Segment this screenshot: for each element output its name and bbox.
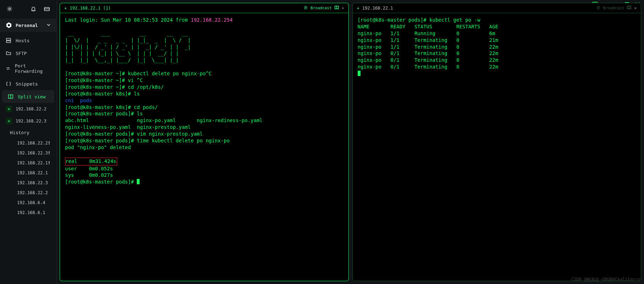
pane-title: 192.168.22.1 — [362, 6, 393, 11]
close-icon[interactable]: ✕ — [342, 6, 344, 10]
host-entry[interactable]: ✶ 192.168.22.2 — [0, 103, 56, 115]
warn-icon: ! — [48, 160, 50, 165]
history-item[interactable]: 192.168.22.3 — [0, 178, 56, 188]
history-item[interactable]: 192.168.22.2! — [0, 138, 56, 148]
sidebar-item-snippets[interactable]: Snippets — [0, 77, 56, 90]
host-status-icon: ✶ — [6, 118, 12, 124]
sidebar-item-history[interactable]: History — [0, 127, 56, 138]
cursor-icon — [137, 179, 140, 184]
history-item[interactable]: 192.168.22.1 — [0, 168, 56, 178]
history-item[interactable]: 192.168.22.1! — [0, 158, 56, 168]
svg-rect-12 — [6, 38, 11, 40]
broadcast-icon: ⦿ — [304, 6, 308, 10]
braces-icon — [6, 81, 11, 87]
workspace-selector[interactable]: Personal — [0, 18, 56, 32]
server-icon — [6, 38, 11, 43]
terminal-pane-right[interactable]: ✶ 192.168.22.1 ⦿ Broadcast ✕ [root@k8s-m… — [352, 3, 642, 281]
history-label: History — [10, 130, 29, 135]
host-entry[interactable]: ✶ 192.168.22.3 — [0, 115, 56, 127]
history-item[interactable]: 192.168.6.1 — [0, 208, 56, 218]
svg-point-11 — [8, 24, 10, 26]
host-status-icon: ✶ — [357, 6, 359, 11]
host-ip: 192.168.22.3 — [16, 119, 47, 124]
split-pane-icon[interactable] — [627, 5, 631, 11]
nav-label: Hosts — [16, 38, 29, 43]
svg-rect-13 — [6, 41, 11, 43]
bell-icon[interactable] — [30, 6, 37, 12]
terminal-pane-left[interactable]: ✶ 192.168.22.1 (1) ⦿ Broadcast ✕ Last lo… — [60, 3, 349, 281]
terminal-output[interactable]: Last login: Sun Mar 10 08:52:53 2024 fro… — [60, 13, 348, 281]
history-item[interactable]: 192.168.22.2 — [0, 188, 56, 198]
sidebar: Personal Hosts SFTP Port Forwarding Snip… — [0, 0, 57, 284]
sidebar-item-hosts[interactable]: Hosts — [0, 34, 56, 47]
svg-point-6 — [9, 8, 11, 10]
history-item[interactable]: 192.168.22.3! — [0, 148, 56, 158]
arrows-icon — [6, 66, 11, 71]
terminal-output[interactable]: [root@k8s-master pods]# kubectl get po -… — [353, 13, 641, 281]
split-panes: ✶ 192.168.22.1 (1) ⦿ Broadcast ✕ Last lo… — [57, 0, 644, 284]
host-status-icon: ✶ — [6, 106, 12, 112]
sidebar-item-sftp[interactable]: SFTP — [0, 47, 56, 60]
workspace-label: Personal — [16, 23, 38, 28]
nav-label: SFTP — [16, 51, 27, 56]
nav-label: Split view — [18, 94, 45, 99]
watermark: CSDN @鲍海超-GNUBHCkalitarro — [571, 277, 640, 283]
sidebar-item-splitview[interactable]: Split view — [2, 90, 54, 103]
close-icon[interactable]: ✕ — [634, 6, 637, 10]
history-item[interactable]: 192.168.6.4 — [0, 198, 56, 208]
nav-label: Port Forwarding — [15, 63, 51, 74]
sidebar-item-portforwarding[interactable]: Port Forwarding — [0, 60, 56, 77]
cursor-icon — [358, 71, 361, 76]
highlighted-time-real: real 0m31.424s — [65, 158, 117, 165]
nav-label: Snippets — [16, 81, 38, 87]
warn-icon: ! — [48, 151, 50, 155]
hex-icon — [6, 22, 12, 28]
pane-title: 192.168.22.1 (1) — [70, 6, 111, 11]
broadcast-label[interactable]: Broadcast — [310, 6, 332, 10]
inbox-icon[interactable] — [44, 6, 50, 12]
split-icon — [8, 94, 13, 99]
split-pane-icon[interactable] — [335, 5, 339, 11]
warn-icon: ! — [48, 141, 50, 146]
host-ip: 192.168.22.2 — [16, 106, 47, 111]
host-status-icon: ✶ — [64, 6, 67, 11]
history-list: 192.168.22.2! 192.168.22.3! 192.168.22.1… — [0, 138, 56, 218]
broadcast-icon: ⦿ — [596, 6, 600, 10]
folder-icon — [6, 50, 11, 56]
broadcast-label[interactable]: Broadcast — [603, 6, 624, 10]
chevron-down-icon — [47, 23, 51, 28]
gear-icon[interactable] — [6, 6, 13, 12]
